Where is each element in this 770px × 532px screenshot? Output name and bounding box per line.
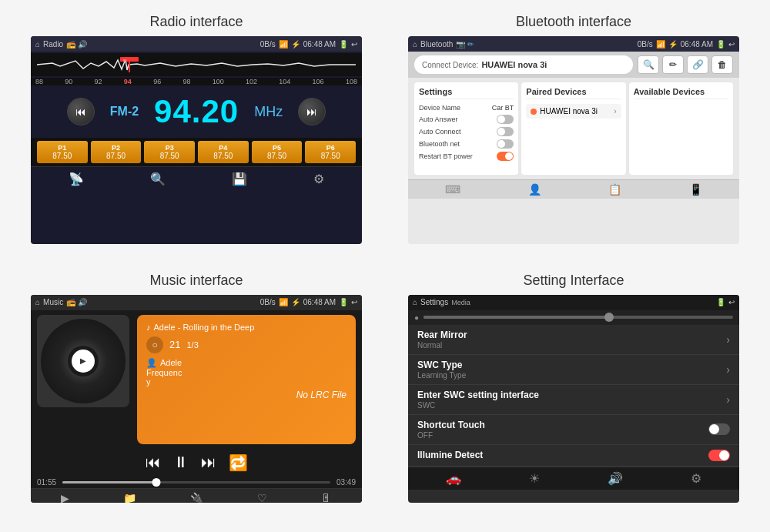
settings-volume-icon[interactable]: 🔊	[608, 471, 623, 486]
repeat-button[interactable]: 🔁	[229, 453, 248, 472]
pause-button[interactable]: ⏸	[173, 453, 189, 471]
forward-button[interactable]: ⏭	[298, 98, 326, 125]
settings-brightness-icon[interactable]: ☀	[529, 471, 540, 486]
settings-gear-icon[interactable]: ⚙	[691, 471, 701, 486]
bt-topbar: ⌂ Bluetooth 📷 ✏ 0B/s 📶 ⚡ 06:48 AM 🔋 ↩	[408, 36, 739, 52]
paired-device-name: HUAWEI nova 3i	[540, 107, 598, 115]
bt-bottom-contacts-icon[interactable]: 👤	[528, 183, 541, 196]
bt-bottom-phone-icon[interactable]: 📱	[689, 183, 702, 196]
settings-item-swc-type[interactable]: SWC Type Learning Type ›	[408, 355, 739, 385]
music-app-label: Music	[43, 298, 63, 306]
scale-88: 88	[35, 78, 43, 85]
settings-back-icon[interactable]: ↩	[728, 298, 735, 306]
preset-p2[interactable]: P2 87.50	[91, 141, 142, 163]
music-note-icon: ♪	[146, 323, 151, 332]
prev-track-button[interactable]: ⏮	[146, 453, 161, 471]
music-topbar-right: 0B/s 📶 ⚡ 06:48 AM 🔋 ↩	[260, 298, 357, 306]
scale-92: 92	[95, 78, 102, 85]
artist-icon: 👤	[146, 358, 157, 368]
music-folder-icon[interactable]: 📁	[123, 492, 136, 503]
bt-data-status: 0B/s	[638, 40, 653, 49]
next-track-button[interactable]: ⏭	[201, 453, 216, 471]
shortcut-touch-toggle[interactable]	[708, 423, 730, 435]
bt-bottom-history-icon[interactable]: 📋	[608, 183, 621, 196]
settings-topbar: ⌂ Settings Media 🔋 ↩	[408, 295, 739, 310]
connect-value: HUAWEI nova 3i	[481, 60, 547, 69]
settings-car-icon[interactable]: 🚗	[446, 471, 461, 486]
bt-available-title: Available Devices	[634, 87, 728, 99]
bt-search-btn[interactable]: 🔍	[638, 55, 659, 74]
settings-item-rear-mirror[interactable]: Rear Mirror Normal ›	[408, 325, 739, 355]
bt-signal-icon: 📶	[656, 40, 665, 49]
track-number: 21	[169, 339, 180, 350]
auto-connect-toggle[interactable]	[497, 127, 514, 136]
preset-p1[interactable]: P1 87.50	[37, 141, 88, 163]
music-usb-icon[interactable]: 🔌	[190, 492, 203, 503]
preset-p3[interactable]: P3 87.50	[144, 141, 195, 163]
bt-time: 06:48 AM	[681, 40, 713, 49]
music-eq-icon[interactable]: 🎚	[321, 492, 332, 503]
bt-paired-title: Paired Devices	[526, 87, 621, 99]
music-status-icons: 📻 🔊	[66, 298, 87, 306]
bt-icon: ⚡	[291, 40, 300, 49]
bt-settings-panel: Settings Device Name Car BT Auto Answer …	[414, 82, 518, 175]
bt-edit-btn[interactable]: ✏	[662, 55, 684, 74]
bt-link-btn[interactable]: 🔗	[687, 55, 708, 74]
bt-on-icon: ⚡	[668, 40, 678, 49]
vinyl-record: ▶	[41, 319, 126, 403]
battery-icon: 🔋	[339, 40, 348, 49]
paired-device-item[interactable]: HUAWEI nova 3i ›	[526, 104, 621, 119]
radio-freq-display: ⏮ FM-2 94.20 MHz ⏭	[31, 85, 362, 138]
radio-topbar: ⌂ Radio 📻 🔊 0B/s 📶 ⚡ 06:48 AM 🔋 ↩	[31, 36, 362, 52]
song-title: Adele - Rolling in the Deep	[154, 323, 255, 332]
music-bt-icon: ⚡	[291, 298, 300, 306]
bt-delete-btn[interactable]: 🗑	[711, 55, 733, 74]
save-icon[interactable]: 💾	[232, 172, 247, 186]
settings-bottom-bar: 🚗 ☀ 🔊 ⚙	[408, 467, 739, 490]
bt-back-icon[interactable]: ↩	[728, 40, 735, 49]
settings-icon[interactable]: ⚙	[313, 172, 324, 186]
settings-slider-fill	[424, 316, 609, 319]
preset-p4[interactable]: P4 87.50	[198, 141, 249, 163]
settings-item-swc-interface[interactable]: Enter SWC setting interface SWC ›	[408, 385, 739, 415]
preset-p5[interactable]: P5 87.50	[252, 141, 303, 163]
back-icon[interactable]: ↩	[351, 40, 357, 49]
search-icon[interactable]: 🔍	[150, 172, 166, 186]
music-screen-container: ⌂ Music 📻 🔊 0B/s 📶 ⚡ 06:48 AM 🔋 ↩	[8, 292, 385, 525]
settings-item-shortcut-touch[interactable]: Shortcut Touch OFF	[408, 415, 739, 445]
scale-104: 104	[279, 78, 290, 85]
music-play-icon[interactable]: ▶	[61, 492, 69, 503]
rewind-button[interactable]: ⏮	[67, 98, 95, 125]
settings-slider-track[interactable]	[424, 316, 733, 319]
bt-net-toggle[interactable]	[497, 139, 514, 149]
progress-fill	[62, 481, 156, 483]
scale-102: 102	[246, 78, 257, 85]
music-heart-icon[interactable]: ♡	[257, 492, 267, 503]
bt-bottom-bar: ⌨ 👤 📋 📱	[408, 179, 739, 199]
auto-answer-toggle[interactable]	[497, 115, 514, 124]
signal-icon: 📶	[279, 40, 288, 49]
progress-thumb	[152, 478, 160, 487]
preset-p6[interactable]: P6 87.50	[305, 141, 356, 163]
music-back-icon[interactable]: ↩	[351, 298, 357, 306]
bt-restart-row: Restart BT power	[419, 152, 514, 161]
music-signal-icon: 📶	[279, 298, 288, 306]
bt-bottom-keyboard-icon[interactable]: ⌨	[445, 183, 460, 196]
radio-screen: ⌂ Radio 📻 🔊 0B/s 📶 ⚡ 06:48 AM 🔋 ↩	[31, 36, 362, 244]
progress-bar[interactable]	[62, 481, 330, 483]
fm-label: FM-2	[110, 105, 139, 119]
settings-item-illumine-detect[interactable]: Illumine Detect	[408, 445, 739, 467]
radio-status: 0B/s	[260, 40, 276, 49]
bt-auto-connect-row: Auto Connect	[419, 127, 514, 136]
illumine-detect-toggle[interactable]	[708, 450, 730, 461]
bt-restart-toggle[interactable]	[497, 152, 514, 161]
music-content: ▶ ♪ Adele - Rolling in the Deep ○ 21 1/3	[31, 310, 362, 449]
music-battery-icon: 🔋	[339, 298, 348, 306]
bt-panels: Settings Device Name Car BT Auto Answer …	[408, 78, 739, 179]
settings-screen-container: ⌂ Settings Media 🔋 ↩ ●	[385, 292, 762, 525]
swc-interface-chevron: ›	[726, 393, 730, 406]
cast-icon[interactable]: 📡	[69, 172, 84, 186]
bt-action-btns: 🔍 ✏ 🔗 🗑	[638, 55, 733, 74]
home-icon: ⌂	[35, 40, 40, 49]
settings-topbar-right: 🔋 ↩	[716, 298, 735, 306]
